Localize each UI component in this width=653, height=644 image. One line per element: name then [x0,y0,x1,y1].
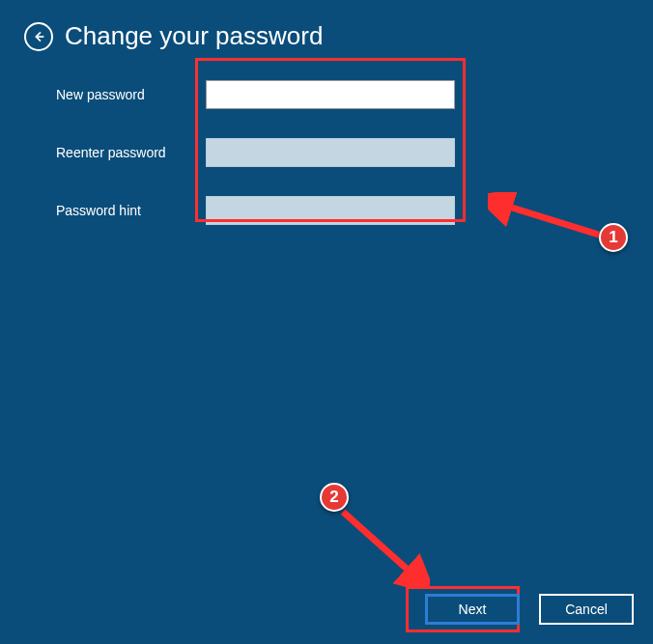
annotation-badge-2: 2 [320,483,349,512]
new-password-row: New password [56,66,455,124]
arrow-left-icon [31,29,46,44]
reenter-password-label: Reenter password [56,145,206,160]
svg-line-2 [343,512,416,577]
password-hint-label: Password hint [56,203,206,218]
password-form: New password Reenter password Password h… [56,66,455,239]
svg-line-1 [499,204,602,236]
back-button[interactable] [24,22,53,51]
page-title: Change your password [65,21,323,51]
password-hint-input[interactable] [206,196,455,225]
next-button[interactable]: Next [425,594,520,625]
new-password-input[interactable] [206,80,455,109]
new-password-label: New password [56,87,206,102]
reenter-password-input[interactable] [206,138,455,167]
annotation-arrow-1 [488,192,613,245]
annotation-badge-1: 1 [599,223,628,252]
button-bar: Next Cancel [425,594,634,625]
cancel-button[interactable]: Cancel [539,594,634,625]
annotation-arrow-2 [333,502,430,589]
password-hint-row: Password hint [56,182,455,239]
reenter-password-row: Reenter password [56,124,455,182]
